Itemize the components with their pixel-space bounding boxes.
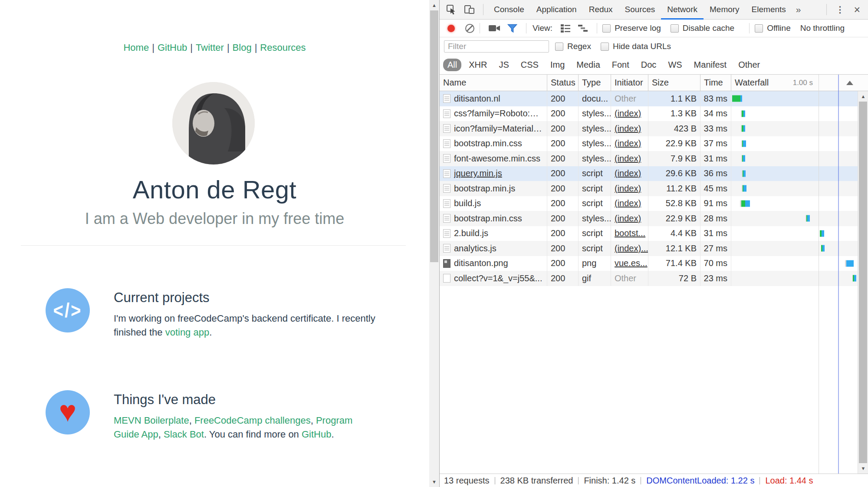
request-row[interactable]: css?family=Roboto:30...200styles...(inde… [440, 106, 868, 122]
document-file-icon [443, 229, 450, 238]
devtools-menu-icon[interactable]: ⋮ [831, 4, 848, 15]
request-row[interactable]: jquery.min.js200script(index)29.6 KB36 m… [440, 166, 868, 181]
filter-pill-all[interactable]: All [443, 59, 461, 71]
initiator-link[interactable]: vue.es... [615, 258, 648, 268]
tab-sources[interactable]: Sources [619, 0, 661, 20]
initiator-link[interactable]: (index) [615, 138, 641, 148]
column-header-status[interactable]: Status [547, 75, 579, 91]
scroll-down-icon[interactable]: ▼ [858, 463, 868, 474]
status-divider [578, 477, 579, 484]
text-link[interactable]: GitHub [302, 429, 331, 440]
devtools-scrollbar[interactable]: ▲ ▼ [858, 91, 868, 474]
preserve-log-checkbox[interactable] [602, 24, 611, 33]
nav-link-resources[interactable]: Resources [260, 42, 306, 53]
request-name: ditisanton.png [454, 258, 508, 268]
column-header-initiator[interactable]: Initiator [611, 75, 648, 91]
nav-link-github[interactable]: GitHub [158, 42, 187, 53]
tab-memory[interactable]: Memory [704, 0, 746, 20]
initiator-link[interactable]: (index)... [615, 244, 648, 253]
initiator-link[interactable]: (index) [615, 198, 641, 208]
filter-pill-media[interactable]: Media [572, 59, 604, 71]
inspect-element-icon[interactable] [446, 4, 457, 15]
throttling-select[interactable]: No throttling [800, 23, 845, 33]
clear-icon[interactable] [465, 24, 474, 33]
hide-data-urls-option: Hide data URLs [601, 42, 671, 51]
nav-link-blog[interactable]: Blog [233, 42, 252, 53]
device-toolbar-icon[interactable] [464, 4, 475, 15]
page-scrollbar[interactable]: ▲ ▼ [429, 0, 439, 487]
request-time: 33 ms [700, 121, 731, 136]
request-row[interactable]: build.js200script(index)52.8 KB91 ms [440, 196, 868, 211]
tab-application[interactable]: Application [530, 0, 583, 20]
request-status: 200 [547, 226, 579, 241]
column-header-name[interactable]: Name [440, 75, 547, 91]
text-link[interactable]: FreeCodeCamp challenges [194, 415, 311, 426]
request-row[interactable]: ditisanton.nl200docu...Other1.1 KB83 ms [440, 91, 868, 106]
filter-pill-xhr[interactable]: XHR [464, 59, 491, 71]
request-row[interactable]: bootstrap.min.css200styles...(index)22.9… [440, 211, 868, 226]
request-row[interactable]: analytics.js200script(index)...12.1 KB27… [440, 241, 868, 256]
heart-icon: ♥ [46, 390, 90, 434]
list-view-icon[interactable] [560, 23, 571, 33]
filter-pill-manifest[interactable]: Manifest [690, 59, 731, 71]
disable-cache-checkbox[interactable] [671, 24, 679, 33]
devtools-close-icon[interactable]: × [848, 3, 865, 16]
request-row[interactable]: 2.build.js200scriptbootst...4.4 KB31 ms [440, 226, 868, 241]
request-type: script [579, 196, 611, 211]
column-header-waterfall[interactable]: Waterfall 1.00 s [731, 75, 868, 91]
text-link[interactable]: Slack Bot [164, 429, 204, 440]
request-row[interactable]: font-awesome.min.css200styles...(index)7… [440, 151, 868, 166]
overview-icon[interactable] [578, 23, 588, 33]
request-row[interactable]: icon?family=Material+...200styles...(ind… [440, 121, 868, 136]
initiator-link[interactable]: (index) [615, 124, 641, 134]
filter-pill-other[interactable]: Other [734, 59, 764, 71]
filter-pill-font[interactable]: Font [608, 59, 634, 71]
text-link[interactable]: Guide App [114, 429, 158, 440]
tab-console[interactable]: Console [488, 0, 530, 20]
column-header-type[interactable]: Type [579, 75, 611, 91]
tab-network[interactable]: Network [661, 0, 704, 20]
scroll-down-icon[interactable]: ▼ [429, 477, 439, 487]
page-scrollbar-thumb[interactable] [430, 10, 438, 262]
request-row[interactable]: bootstrap.min.css200styles...(index)22.9… [440, 136, 868, 151]
column-header-time[interactable]: Time [700, 75, 731, 91]
request-status: 200 [547, 151, 579, 166]
request-initiator: vue.es... [611, 256, 648, 271]
scroll-up-icon[interactable]: ▲ [429, 0, 439, 10]
regex-option: Regex [555, 42, 591, 51]
filter-pill-css[interactable]: CSS [516, 59, 543, 71]
text-link[interactable]: voting app [165, 327, 210, 338]
screenshot-icon[interactable] [489, 24, 500, 33]
initiator-link[interactable]: (index) [615, 214, 641, 224]
text-link[interactable]: Program [316, 415, 352, 426]
tab-elements[interactable]: Elements [746, 0, 792, 20]
offline-checkbox[interactable] [755, 24, 763, 33]
column-header-size[interactable]: Size [648, 75, 700, 91]
filter-icon[interactable] [507, 24, 517, 33]
scroll-up-icon[interactable]: ▲ [858, 91, 868, 102]
record-icon[interactable] [447, 25, 455, 32]
initiator-link[interactable]: (index) [615, 109, 641, 118]
hide-data-urls-checkbox[interactable] [601, 43, 609, 51]
initiator-link[interactable]: bootst... [615, 228, 645, 238]
more-tabs-icon[interactable]: » [792, 4, 805, 15]
initiator-link[interactable]: (index) [615, 154, 641, 164]
filter-pill-img[interactable]: Img [546, 59, 569, 71]
nav-link-twitter[interactable]: Twitter [196, 42, 224, 53]
filter-input[interactable] [444, 40, 549, 53]
filter-pill-js[interactable]: JS [494, 59, 513, 71]
tab-redux[interactable]: Redux [583, 0, 619, 20]
initiator-link[interactable]: (index) [615, 184, 641, 194]
nav-link-home[interactable]: Home [123, 42, 149, 53]
filter-pill-doc[interactable]: Doc [637, 59, 661, 71]
request-initiator: (index) [611, 151, 648, 166]
filter-pill-ws[interactable]: WS [664, 59, 686, 71]
request-row[interactable]: ditisanton.png200pngvue.es...71.4 KB70 m… [440, 256, 868, 271]
regex-checkbox[interactable] [555, 43, 563, 51]
waterfall-bar [821, 245, 825, 252]
text-link[interactable]: MEVN Boilerplate [114, 415, 189, 426]
request-row[interactable]: collect?v=1&_v=j55&...200gifOther72 B23 … [440, 271, 868, 286]
devtools-scrollbar-thumb[interactable] [859, 102, 867, 463]
request-row[interactable]: bootstrap.min.js200script(index)11.2 KB4… [440, 181, 868, 196]
initiator-link[interactable]: (index) [615, 168, 641, 178]
